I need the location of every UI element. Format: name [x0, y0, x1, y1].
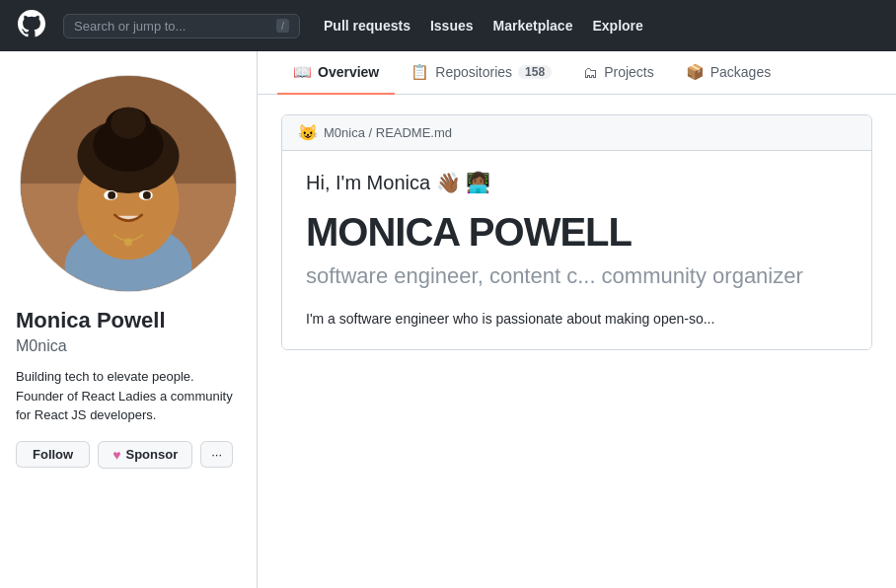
sponsor-label: Sponsor: [125, 447, 178, 462]
profile-bio: Building tech to elevate people. Founder…: [16, 367, 241, 425]
tab-projects-label: Projects: [604, 64, 654, 80]
nav-links: Pull requests Issues Marketplace Explore: [324, 18, 643, 34]
action-buttons: Follow ♥ Sponsor ···: [16, 441, 241, 469]
repositories-icon: 📋: [411, 63, 429, 81]
navbar: Search or jump to... / Pull requests Iss…: [0, 0, 896, 51]
tab-overview[interactable]: 📖 Overview: [277, 51, 395, 95]
tab-packages[interactable]: 📦 Packages: [670, 51, 786, 95]
nav-marketplace[interactable]: Marketplace: [493, 18, 573, 34]
svg-point-13: [143, 191, 151, 199]
heart-icon: ♥: [112, 447, 120, 463]
tab-projects[interactable]: 🗂 Projects: [567, 52, 670, 95]
search-box[interactable]: Search or jump to... /: [63, 14, 300, 38]
search-placeholder: Search or jump to...: [74, 19, 186, 34]
tabs-bar: 📖 Overview 📋 Repositories 158 🗂 Projects…: [258, 51, 896, 95]
tab-overview-label: Overview: [318, 64, 379, 80]
overview-icon: 📖: [293, 63, 312, 81]
svg-point-14: [124, 238, 132, 246]
readme-intro: I'm a software engineer who is passionat…: [306, 308, 848, 330]
avatar: [20, 75, 237, 292]
nav-explore[interactable]: Explore: [592, 18, 642, 34]
nav-pull-requests[interactable]: Pull requests: [324, 18, 411, 34]
cat-icon: 😺: [298, 123, 318, 142]
main-container: Monica Powell M0nica Building tech to el…: [0, 51, 896, 588]
nav-issues[interactable]: Issues: [430, 18, 474, 34]
tab-repositories[interactable]: 📋 Repositories 158: [395, 51, 567, 95]
repositories-count: 158: [518, 65, 552, 79]
profile-username: M0nica: [16, 337, 241, 355]
readme-greeting: Hi, I'm Monica 👋🏾 👩🏾‍💻: [306, 171, 848, 194]
sponsor-button[interactable]: ♥ Sponsor: [98, 441, 192, 469]
readme-card: 😺 M0nica / README.md Hi, I'm Monica 👋🏾 👩…: [281, 114, 872, 350]
tab-packages-label: Packages: [710, 64, 771, 80]
github-logo[interactable]: [16, 8, 47, 43]
readme-header: 😺 M0nica / README.md: [282, 115, 871, 151]
readme-repo-path: M0nica / README.md: [324, 125, 452, 140]
content-area: 📖 Overview 📋 Repositories 158 🗂 Projects…: [257, 51, 896, 588]
svg-point-9: [111, 108, 146, 139]
projects-icon: 🗂: [583, 64, 598, 81]
slash-key: /: [276, 19, 289, 33]
follow-button[interactable]: Follow: [16, 441, 90, 468]
more-button[interactable]: ···: [200, 441, 233, 468]
profile-name: Monica Powell: [16, 308, 241, 333]
sidebar: Monica Powell M0nica Building tech to el…: [0, 51, 257, 588]
tab-repositories-label: Repositories: [435, 64, 512, 80]
readme-name-big: MONICA POWELL: [306, 210, 848, 254]
readme-body: Hi, I'm Monica 👋🏾 👩🏾‍💻 MONICA POWELL sof…: [282, 151, 871, 349]
svg-point-12: [108, 191, 115, 199]
packages-icon: 📦: [686, 63, 705, 81]
readme-tagline: software engineer, content c... communit…: [306, 261, 848, 292]
readme-container: 😺 M0nica / README.md Hi, I'm Monica 👋🏾 👩…: [258, 95, 896, 588]
